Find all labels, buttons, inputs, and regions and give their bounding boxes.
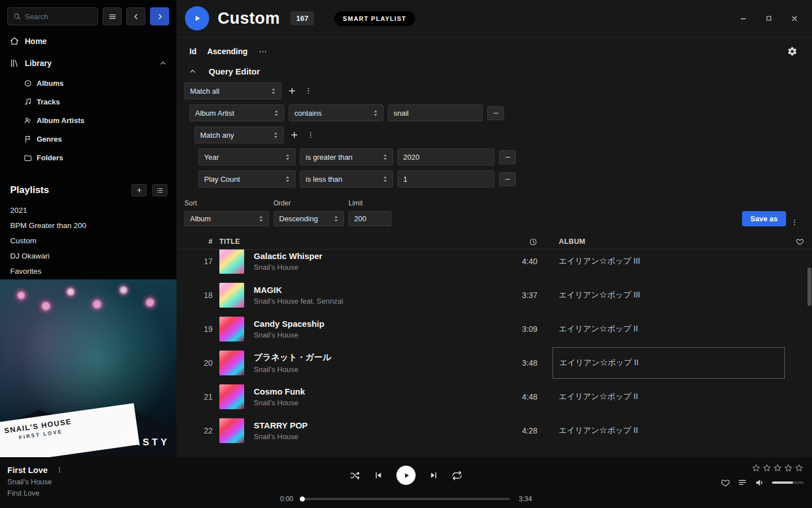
rule-field-select[interactable]: Play Count (198, 170, 295, 187)
sidebar-item-home[interactable]: Home (0, 30, 176, 52)
sidebar: Home Library Albums Tracks Album Artists… (0, 0, 176, 457)
list-toolbar: Id Ascending (176, 37, 812, 60)
sidebar-item-albums[interactable]: Albums (0, 74, 176, 93)
gear-icon[interactable] (787, 46, 797, 56)
previous-track-icon[interactable] (373, 470, 383, 480)
save-as-button[interactable]: Save as (742, 211, 786, 226)
column-header-index[interactable]: # (176, 238, 219, 246)
collapse-chevron-icon[interactable] (159, 59, 167, 67)
sidebar-top-bar (0, 0, 176, 30)
playlist-item[interactable]: Favorites (0, 264, 176, 279)
playlist-item[interactable]: Custom (0, 233, 176, 248)
rule-field-select[interactable]: Year (198, 148, 295, 165)
rule-field-select[interactable]: Album Artist (189, 104, 284, 121)
match-mode-select[interactable]: Match any (195, 126, 284, 143)
star-icon[interactable] (784, 463, 793, 472)
table-row[interactable]: 19 Candy Spaceship Snail's House 3:09 エイ… (176, 312, 812, 346)
favorite-heart-icon[interactable] (721, 478, 730, 488)
star-icon[interactable] (762, 463, 771, 472)
queue-icon[interactable] (738, 478, 747, 488)
maximize-button[interactable] (765, 15, 773, 22)
order-select[interactable]: Descending (273, 211, 344, 226)
sidebar-item-label: Album Artists (37, 116, 85, 125)
track-duration: 4:48 (500, 392, 545, 401)
collapse-query-editor-icon[interactable] (188, 67, 197, 76)
match-mode-select[interactable]: Match all (184, 82, 281, 99)
elapsed-time: 0:00 (280, 495, 293, 503)
remove-rule-button[interactable] (499, 150, 516, 164)
table-row[interactable]: 20 プラネット・ガール Snail's House 3:48 エイリアン☆ポッ… (176, 346, 812, 380)
sort-field-button[interactable]: Id (189, 47, 196, 56)
playlist-list-button[interactable] (152, 184, 167, 196)
next-track-icon[interactable] (429, 470, 439, 480)
sort-select[interactable]: Album (184, 211, 269, 226)
sidebar-item-album-artists[interactable]: Album Artists (0, 111, 176, 130)
play-playlist-button[interactable] (185, 6, 209, 30)
rule-operator-select[interactable]: is less than (300, 170, 393, 187)
duration-column-clock-icon[interactable] (500, 238, 545, 246)
remove-rule-button[interactable] (487, 106, 504, 120)
seek-bar[interactable] (302, 498, 510, 500)
group-options-icon[interactable] (303, 85, 314, 97)
star-icon[interactable] (795, 463, 804, 472)
star-icon[interactable] (773, 463, 782, 472)
save-options-icon[interactable] (791, 218, 798, 226)
shuffle-icon[interactable] (350, 470, 360, 481)
seek-knob[interactable] (300, 497, 305, 502)
track-album: エイリアン☆ポップ II (545, 392, 787, 402)
table-row[interactable]: 18 MAGIK Snail's House feat. Sennzai 3:3… (176, 278, 812, 312)
track-album-focused-cell[interactable]: エイリアン☆ポップ II (553, 347, 785, 379)
back-button[interactable] (126, 7, 145, 25)
minimize-button[interactable] (739, 15, 747, 23)
more-options-icon[interactable] (258, 47, 267, 56)
volume-icon[interactable] (754, 478, 765, 488)
table-row[interactable]: 22 STARRY POP Snail's House 4:28 エイリアン☆ポ… (176, 414, 812, 448)
app-window: Home Library Albums Tracks Album Artists… (0, 0, 812, 457)
menu-button[interactable] (103, 7, 122, 25)
sort-direction-button[interactable]: Ascending (207, 47, 248, 56)
window-controls (739, 15, 798, 23)
rule-operator-select[interactable]: contains (289, 104, 383, 121)
search-icon (13, 12, 21, 20)
track-artist: Snail's House (254, 263, 323, 271)
album-art-thumbnail (219, 418, 244, 443)
playlist-item[interactable]: DJ Okawari (0, 248, 176, 264)
forward-button[interactable] (150, 7, 169, 25)
limit-input[interactable] (348, 211, 391, 226)
play-pause-button[interactable] (396, 466, 416, 485)
sidebar-item-library[interactable]: Library (0, 52, 176, 74)
add-rule-button[interactable] (286, 85, 298, 97)
sidebar-item-label: Folders (37, 154, 63, 162)
favorite-column-heart-icon[interactable] (787, 238, 812, 246)
repeat-icon[interactable] (452, 470, 462, 481)
rule-value-input[interactable] (398, 170, 495, 187)
add-playlist-button[interactable] (131, 184, 147, 196)
column-header-title[interactable]: TITLE (219, 238, 500, 246)
sidebar-item-genres[interactable]: Genres (0, 130, 176, 148)
sidebar-item-folders[interactable]: Folders (0, 148, 176, 167)
table-row[interactable]: 21 Cosmo Funk Snail's House 4:48 エイリアン☆ポ… (176, 380, 812, 414)
add-rule-button[interactable] (288, 129, 301, 141)
playlist-item[interactable]: BPM Greater than 200 (0, 218, 176, 233)
search-input[interactable] (25, 12, 92, 21)
now-playing-info: First Love Snail's House First Love (7, 465, 63, 497)
track-title: Candy Spaceship (254, 319, 324, 329)
close-button[interactable] (791, 15, 798, 23)
chevron-left-icon (132, 12, 140, 21)
track-number: 21 (176, 392, 219, 401)
playlist-item[interactable]: 2021 (0, 203, 176, 218)
column-header-album[interactable]: ALBUM (545, 238, 787, 246)
volume-slider[interactable] (772, 481, 804, 484)
sidebar-item-tracks[interactable]: Tracks (0, 93, 176, 111)
group-options-icon[interactable] (305, 129, 316, 141)
rule-value-input[interactable] (388, 104, 483, 121)
scrollbar-thumb[interactable] (807, 268, 811, 306)
track-options-icon[interactable] (56, 466, 63, 474)
star-icon[interactable] (752, 463, 761, 472)
playlist-header: Custom 167 SMART PLAYLIST (176, 0, 812, 37)
now-playing-album: First Love (7, 489, 63, 497)
table-row[interactable]: 17 Galactic Whisper Snail's House 4:40 エ… (176, 249, 812, 278)
rule-value-input[interactable] (398, 148, 495, 165)
rule-operator-select[interactable]: is greater than (300, 148, 393, 165)
remove-rule-button[interactable] (499, 172, 516, 186)
